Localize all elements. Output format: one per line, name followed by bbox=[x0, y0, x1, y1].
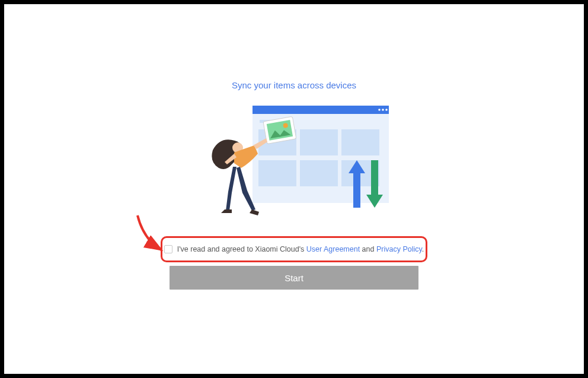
svg-rect-6 bbox=[300, 129, 338, 155]
agreement-text: I've read and agreed to Xiaomi Cloud's U… bbox=[177, 245, 424, 253]
svg-rect-8 bbox=[258, 160, 296, 186]
agreement-suffix: . bbox=[422, 245, 424, 253]
svg-point-3 bbox=[385, 109, 388, 111]
page-title: Sync your items across devices bbox=[232, 80, 356, 90]
agreement-prefix: I've read and agreed to Xiaomi Cloud's bbox=[177, 245, 306, 253]
svg-rect-0 bbox=[253, 106, 389, 114]
svg-rect-7 bbox=[341, 129, 379, 155]
agreement-checkbox[interactable] bbox=[164, 245, 172, 253]
app-window: Sync your items across devices bbox=[3, 3, 585, 375]
svg-point-1 bbox=[378, 109, 381, 111]
privacy-policy-link[interactable]: Privacy Policy bbox=[376, 245, 422, 253]
agreement-middle: and bbox=[360, 245, 376, 253]
svg-point-2 bbox=[382, 109, 384, 111]
sync-illustration bbox=[187, 101, 401, 231]
illustration-svg bbox=[187, 101, 401, 231]
agreement-row: I've read and agreed to Xiaomi Cloud's U… bbox=[161, 236, 427, 262]
start-button[interactable]: Start bbox=[170, 266, 418, 290]
user-agreement-link[interactable]: User Agreement bbox=[306, 245, 360, 253]
svg-rect-9 bbox=[300, 160, 338, 186]
